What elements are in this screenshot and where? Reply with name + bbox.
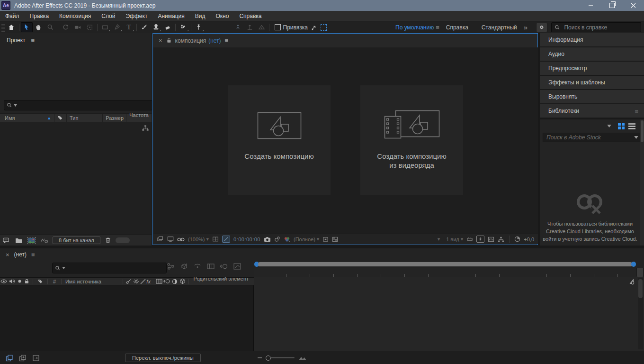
- project-panel-menu-icon[interactable]: ≡: [31, 37, 35, 44]
- timeline-ruler[interactable]: [254, 268, 636, 277]
- help-search-input[interactable]: [563, 24, 638, 31]
- zoom-tool[interactable]: [45, 22, 56, 32]
- panel-tab-effects-presets[interactable]: Эффекты и шаблоны: [540, 76, 644, 89]
- snapshot-camera-icon[interactable]: [264, 237, 271, 242]
- proxy-image-icon[interactable]: [27, 237, 36, 244]
- grid-guides-icon[interactable]: [212, 236, 219, 242]
- libraries-scrollbar[interactable]: [640, 119, 644, 246]
- project-items-list[interactable]: [0, 122, 152, 235]
- project-flowchart-icon[interactable]: [142, 125, 149, 132]
- zoom-slider-track[interactable]: [270, 357, 295, 358]
- region-of-interest-icon[interactable]: [322, 237, 329, 242]
- caret-down-icon[interactable]: [634, 136, 638, 139]
- column-label-color[interactable]: [54, 114, 67, 122]
- selection-tool[interactable]: [21, 22, 33, 32]
- workspace-tab-help[interactable]: Справка: [446, 24, 468, 31]
- type-tool[interactable]: T: [123, 22, 134, 32]
- stock-search-input[interactable]: [546, 134, 634, 141]
- timeline-search-input[interactable]: [67, 264, 164, 272]
- zoom-in-mountains-icon[interactable]: [298, 355, 307, 361]
- orbit-camera-tool[interactable]: [60, 22, 72, 32]
- hand-tool[interactable]: [33, 22, 45, 32]
- timeline-layers-columns[interactable]: [0, 285, 254, 351]
- project-search-input[interactable]: [19, 101, 150, 109]
- lock-icon[interactable]: [23, 279, 31, 284]
- timeline-panel-tab[interactable]: × (нет) ≡: [0, 248, 644, 261]
- search-options-caret-icon[interactable]: [14, 104, 17, 107]
- restore-button[interactable]: [601, 0, 623, 11]
- workspace-tab-default[interactable]: По умолчанию: [395, 24, 434, 31]
- workspace-overflow-chevrons[interactable]: »: [524, 23, 528, 31]
- motion-blur-icon[interactable]: [220, 263, 228, 270]
- menu-composition[interactable]: Композиция: [54, 11, 96, 21]
- tab-close-icon[interactable]: ×: [159, 37, 162, 44]
- menu-edit[interactable]: Правка: [25, 11, 54, 21]
- magnification-glasses-icon[interactable]: [177, 237, 185, 242]
- menu-effect[interactable]: Эффект: [120, 11, 152, 21]
- exposure-value[interactable]: +0,0: [524, 237, 534, 242]
- workspace-menu-icon[interactable]: ≡: [436, 24, 439, 31]
- new-folder-icon[interactable]: [15, 237, 23, 244]
- panel-tab-preview[interactable]: Предпросмотр: [540, 62, 644, 75]
- create-composition-card[interactable]: Создать композицию: [228, 85, 331, 195]
- axis-mode-world[interactable]: [244, 22, 256, 32]
- workspace-settings-button[interactable]: [536, 23, 547, 32]
- column-type[interactable]: Тип: [67, 114, 103, 122]
- panel-tab-audio[interactable]: Аудио: [540, 47, 644, 61]
- camera-tool[interactable]: [72, 22, 84, 32]
- caret-down-icon[interactable]: ▾: [438, 236, 440, 242]
- reset-exposure-icon[interactable]: [466, 237, 473, 242]
- menu-help[interactable]: Справка: [234, 11, 267, 21]
- interpret-footage-icon[interactable]: [3, 237, 11, 244]
- timecode-display[interactable]: 0:00:00:00: [233, 237, 260, 242]
- graph-editor-icon[interactable]: [233, 263, 242, 270]
- composition-panel-tab[interactable]: × композиция (нет) ≡: [153, 34, 537, 47]
- axis-mode-view[interactable]: [256, 22, 268, 32]
- tab-close-icon[interactable]: ×: [6, 251, 9, 258]
- ruler-zoom-handle[interactable]: [636, 268, 644, 278]
- snap-checkbox[interactable]: [275, 24, 280, 30]
- scrollbar-thumb[interactable]: [641, 120, 644, 142]
- panel-tab-libraries[interactable]: Библиотеки ≡: [540, 104, 644, 118]
- transfer-controls-icon[interactable]: [19, 355, 27, 362]
- timeline-vertical-scrollbar[interactable]: [638, 278, 643, 349]
- toggle-switches-modes-button[interactable]: Перекл. выключ./режимы: [125, 354, 201, 362]
- composition-button-icon[interactable]: [628, 278, 635, 285]
- expand-layer-switches-icon[interactable]: [6, 355, 13, 362]
- project-panel-tab[interactable]: Проект ≡: [0, 33, 152, 47]
- pan-behind-tool[interactable]: [84, 22, 96, 32]
- draft-3d-icon[interactable]: [180, 263, 188, 270]
- shy-layers-icon[interactable]: [193, 263, 202, 270]
- panel-tab-info[interactable]: Информация: [540, 33, 644, 46]
- always-preview-icon[interactable]: [157, 236, 164, 242]
- unlock-icon[interactable]: [166, 37, 171, 44]
- close-button[interactable]: [623, 0, 644, 11]
- scrollbar-thumb[interactable]: [638, 279, 643, 298]
- bit-depth-button[interactable]: 8 бит на канал: [53, 237, 100, 244]
- snap-label[interactable]: Привязка: [283, 24, 308, 31]
- adjust-exposure-icon[interactable]: [514, 236, 520, 242]
- comp-flowchart-icon[interactable]: [498, 237, 504, 242]
- menu-layer[interactable]: Слой: [96, 11, 120, 21]
- puppet-pin-tool[interactable]: [192, 22, 204, 32]
- panel-tab-align[interactable]: Выровнять: [540, 90, 644, 103]
- column-rate[interactable]: Частота ...: [126, 114, 152, 122]
- minimize-button[interactable]: [580, 0, 601, 11]
- roto-brush-tool[interactable]: [177, 22, 189, 32]
- workspace-tab-standard[interactable]: Стандартный: [482, 24, 517, 31]
- timeline-layers-track-area[interactable]: [254, 277, 644, 351]
- grid-view-button[interactable]: [618, 123, 625, 129]
- column-name[interactable]: Имя ▲: [0, 114, 54, 122]
- frame-blending-icon[interactable]: [206, 263, 215, 270]
- timeline-panel-menu-icon[interactable]: ≡: [31, 251, 35, 258]
- pen-tool[interactable]: [111, 22, 123, 32]
- libraries-panel-menu-icon[interactable]: ≡: [635, 108, 638, 115]
- list-view-button[interactable]: [628, 123, 635, 129]
- sort-ascending-icon[interactable]: ▲: [47, 116, 51, 120]
- channels-icon[interactable]: [284, 237, 290, 242]
- home-button[interactable]: [6, 22, 18, 32]
- axis-mode-local[interactable]: [232, 22, 244, 32]
- show-snapshot-icon[interactable]: [274, 236, 280, 242]
- solo-icon[interactable]: [16, 280, 23, 283]
- menu-file[interactable]: Файл: [0, 11, 25, 21]
